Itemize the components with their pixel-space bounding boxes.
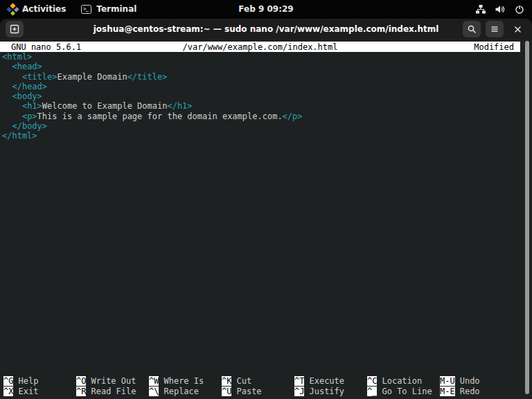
code-text: Example Domain [57,72,127,82]
nano-version: GNU nano 5.6.1 [11,42,81,52]
code-tag: <body> [12,91,42,101]
shortcut-key: M-E [440,387,455,396]
shortcut-key: ^G [3,376,13,386]
search-button[interactable] [463,21,481,37]
shortcut-label: Replace [163,387,199,396]
activities-button[interactable]: Activities [8,4,66,14]
app-menu-label: Terminal [96,4,136,14]
nano-modified-status: Modified [474,42,514,52]
code-line: </html> [2,131,521,141]
code-text [2,101,22,111]
nano-shortcut-execute: ^TExecute [294,376,367,386]
nano-shortcut-read-file: ^RRead File [76,387,149,396]
code-text: This is a sample page for the domain exa… [37,112,283,121]
shortcut-label: Justify [309,387,344,396]
shortcut-key: ^W [149,376,159,386]
shortcut-key: ^K [222,376,231,386]
nano-shortcuts: ^GHelp^OWrite Out^WWhere Is^KCut^TExecut… [0,376,520,396]
shortcut-label: Write Out [91,376,136,386]
code-tag: </body> [12,121,47,131]
nano-shortcut-go-to-line: ^_Go To Line [367,387,440,396]
scrollbar-track[interactable] [523,39,532,399]
nano-shortcut-replace: ^\Replace [149,387,222,396]
code-tag: </html> [2,131,37,141]
code-line: <h1>Welcome to Example Domain</h1> [2,101,521,111]
nano-shortcut-where-is: ^WWhere Is [149,376,222,386]
code-tag: </h1> [167,101,192,111]
menu-icon [490,24,499,34]
code-tag: <html> [2,52,32,62]
nano-shortcut-exit: ^XExit [3,387,76,396]
code-tag: <p> [22,112,37,121]
centos-logo-icon [6,3,19,15]
shortcut-label: Help [18,376,38,386]
scrollbar-thumb[interactable] [525,41,529,394]
nano-shortcut-location: ^CLocation [367,376,440,386]
close-button[interactable] [508,21,526,37]
desktop: Activities >_ Terminal Feb 9 09:29 [0,0,532,399]
shortcut-label: Redo [460,387,480,396]
nano-shortcut-redo: M-ERedo [440,387,513,396]
shortcut-key: ^C [367,376,377,386]
power-icon[interactable] [514,4,525,15]
code-line: <head> [2,62,521,71]
shortcut-key: ^\ [149,387,159,396]
nano-shortcut-cut: ^KCut [222,376,294,386]
nano-titlebar: GNU nano 5.6.1 /var/www/example.com/inde… [0,42,520,52]
volume-icon[interactable] [495,4,506,15]
code-text [2,82,12,91]
code-text [2,121,12,131]
code-text [2,62,12,71]
code-tag: </p> [283,112,303,121]
shortcut-label: Where Is [163,376,204,386]
terminal-icon: >_ [81,5,91,14]
shortcut-row: ^GHelp^OWrite Out^WWhere Is^KCut^TExecut… [0,376,520,386]
shortcut-key: ^X [3,387,13,396]
shortcut-label: Cut [236,376,251,386]
nano-shortcut-undo: M-UUndo [440,376,513,386]
code-line: <title>Example Domain</title> [2,72,521,82]
nano-file-path: /var/www/example.com/index.html [183,42,338,52]
shortcut-label: Go To Line [382,387,432,396]
code-tag: <h1> [22,101,42,111]
code-line: <body> [2,91,521,101]
shortcut-label: Paste [236,387,261,396]
code-line: </head> [2,82,521,91]
nano-shortcut-help: ^GHelp [3,376,76,386]
code-tag: </head> [12,82,47,91]
code-text [2,72,22,82]
shortcut-key: ^T [294,376,304,386]
shortcut-label: Read File [91,387,136,396]
terminal-headerbar: joshua@centos-stream:~ — sudo nano /var/… [0,19,532,39]
system-status-area[interactable] [475,0,525,18]
editor-lines: <html> <head> <title>Example Domain</tit… [2,52,521,141]
close-icon [513,25,522,34]
menu-button[interactable] [486,21,504,37]
new-tab-button[interactable] [6,21,24,37]
activities-label: Activities [22,4,66,14]
code-line: <p>This is a sample page for the domain … [2,112,521,121]
code-tag: </title> [127,72,168,82]
window-title: joshua@centos-stream:~ — sudo nano /var/… [94,24,439,34]
app-menu-terminal[interactable]: >_ Terminal [81,4,136,14]
code-text [2,91,12,101]
shortcut-key: ^R [76,387,86,396]
search-icon [467,24,477,34]
shortcut-key: ^_ [367,387,377,396]
clock-button[interactable]: Feb 9 09:29 [238,4,293,14]
code-line: </body> [2,121,521,131]
gnome-top-bar: Activities >_ Terminal Feb 9 09:29 [0,0,532,18]
network-icon[interactable] [475,4,486,15]
shortcut-key: ^U [222,387,231,396]
shortcut-label: Exit [18,387,38,396]
shortcut-row: ^XExit^RRead File^\Replace^UPaste^JJusti… [0,387,520,396]
terminal-content[interactable]: GNU nano 5.6.1 /var/www/example.com/inde… [0,39,532,399]
code-line: <html> [2,52,521,62]
nano-shortcut-write-out: ^OWrite Out [76,376,149,386]
shortcut-key: M-U [440,376,455,386]
new-tab-icon [10,24,19,34]
nano-shortcut-paste: ^UPaste [222,387,294,396]
shortcut-key: ^O [76,376,86,386]
code-text [2,112,22,121]
shortcut-label: Location [382,376,422,386]
